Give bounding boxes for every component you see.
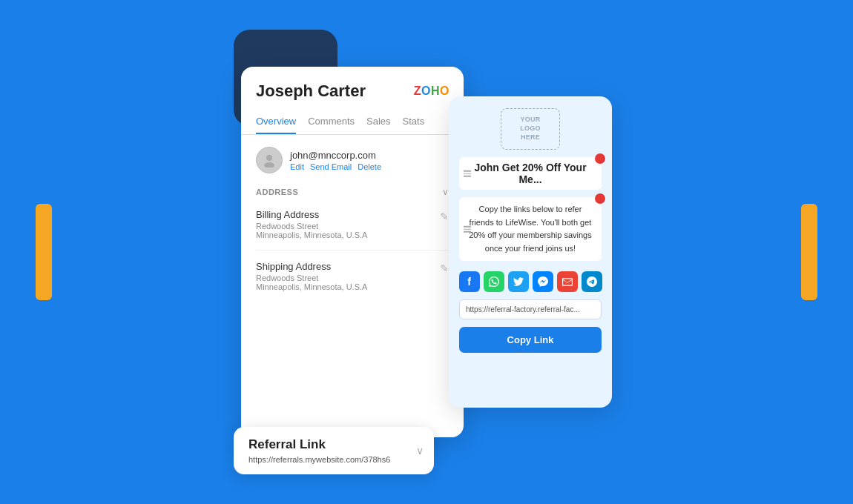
address-chevron-icon[interactable]: ∨ <box>442 187 449 197</box>
address-divider <box>256 250 449 251</box>
svg-point-0 <box>266 155 272 161</box>
email-preview-card: YOUR LOGO HERE John Get 20% Off Your Me.… <box>449 96 612 408</box>
body-red-dot <box>595 193 605 204</box>
svg-point-1 <box>264 162 274 168</box>
social-icons-row: f <box>459 271 602 292</box>
billing-address: Billing Address Redwoods Street Minneapo… <box>241 203 464 245</box>
profile-actions: Edit Send Email Delete <box>290 162 381 171</box>
messenger-icon[interactable] <box>533 271 553 292</box>
drag-handle-heading <box>464 170 471 177</box>
referral-chevron-icon[interactable]: ∨ <box>416 445 424 457</box>
profile-row: john@mnccorp.com Edit Send Email Delete <box>241 135 464 178</box>
email-body-text: Copy the links below to refer friends to… <box>469 205 592 253</box>
shipping-street: Redwoods Street <box>256 273 449 282</box>
side-bar-left <box>36 204 52 300</box>
referral-url-display: https://referral-factory.referral-fac... <box>459 299 602 319</box>
copy-link-button[interactable]: Copy Link <box>459 327 602 353</box>
shipping-city: Minneapolis, Minnesota, U.S.A <box>256 282 449 291</box>
send-email-link[interactable]: Send Email <box>310 162 352 171</box>
email-body-block: Copy the links below to refer friends to… <box>459 197 602 261</box>
email-logo-placeholder: YOUR LOGO HERE <box>501 108 560 150</box>
tab-overview[interactable]: Overview <box>256 110 296 134</box>
twitter-icon[interactable] <box>508 271 529 292</box>
address-section-title: ADDRESS <box>256 188 298 196</box>
svg-rect-2 <box>562 278 573 286</box>
billing-city: Minneapolis, Minnesota, U.S.A <box>256 231 449 239</box>
main-container: Joseph Carter ZOHO Overview Comments Sal… <box>241 67 612 437</box>
heading-red-dot <box>595 153 605 164</box>
logo-placeholder-text: YOUR LOGO HERE <box>520 116 541 142</box>
drag-handle-body <box>464 226 471 233</box>
referral-popup-title: Referral Link <box>248 437 419 452</box>
address-section-header: ADDRESS ∨ <box>241 178 464 203</box>
tab-sales[interactable]: Sales <box>366 110 391 134</box>
billing-edit-icon[interactable]: ✎ <box>440 210 449 222</box>
tab-stats[interactable]: Stats <box>403 110 425 134</box>
crm-header: Joseph Carter ZOHO <box>241 82 464 110</box>
email-heading-block: John Get 20% Off Your Me... <box>459 157 602 190</box>
billing-type: Billing Address <box>256 209 449 220</box>
profile-email: john@mnccorp.com <box>290 150 381 161</box>
email-icon[interactable] <box>557 271 578 292</box>
facebook-icon[interactable]: f <box>459 271 480 292</box>
side-bar-right <box>801 204 817 300</box>
whatsapp-icon[interactable] <box>484 271 504 292</box>
zoho-logo: ZOHO <box>414 84 449 98</box>
shipping-address: Shipping Address Redwoods Street Minneap… <box>241 255 464 297</box>
delete-link[interactable]: Delete <box>358 162 381 171</box>
tab-comments[interactable]: Comments <box>308 110 355 134</box>
shipping-type: Shipping Address <box>256 261 449 272</box>
shipping-edit-icon[interactable]: ✎ <box>440 262 449 274</box>
billing-street: Redwoods Street <box>256 222 449 231</box>
crm-tabs: Overview Comments Sales Stats <box>241 110 464 135</box>
email-heading-text: John Get 20% Off Your Me... <box>474 162 586 185</box>
crm-card: Joseph Carter ZOHO Overview Comments Sal… <box>241 67 464 437</box>
telegram-icon[interactable] <box>582 271 602 292</box>
crm-contact-name: Joseph Carter <box>256 82 366 101</box>
avatar <box>256 147 283 173</box>
profile-info: john@mnccorp.com Edit Send Email Delete <box>290 150 381 171</box>
referral-popup-url: https://referrals.mywebsite.com/378hs6 <box>248 455 419 464</box>
edit-link[interactable]: Edit <box>290 162 304 171</box>
referral-popup: Referral Link https://referrals.mywebsit… <box>234 427 434 474</box>
